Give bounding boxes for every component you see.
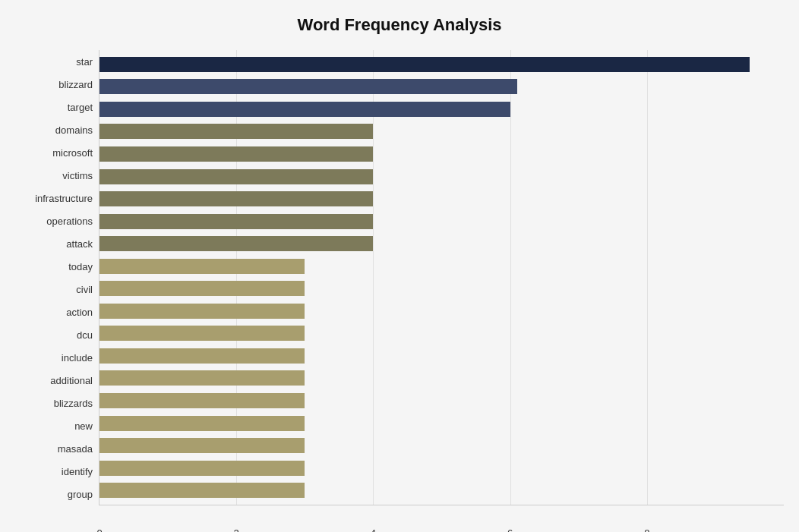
bar	[99, 416, 305, 431]
y-label: target	[68, 102, 93, 112]
bar-row	[99, 55, 784, 74]
bar-row	[99, 279, 784, 298]
bar-row	[99, 368, 784, 388]
chart-area: starblizzardtargetdomainsmicrosoftvictim…	[15, 50, 784, 505]
x-axis-label: 2	[234, 527, 239, 532]
y-label: action	[66, 307, 93, 317]
bar-row	[99, 346, 784, 366]
y-label: include	[62, 353, 93, 363]
bar-row	[99, 234, 784, 253]
y-label: dcu	[77, 330, 93, 340]
x-axis-label: 4	[371, 527, 376, 532]
bar	[99, 191, 373, 206]
bar	[99, 57, 750, 72]
y-label: new	[74, 421, 93, 431]
bar-row	[99, 121, 784, 141]
bar	[99, 438, 305, 453]
y-label: blizzards	[54, 398, 93, 408]
bar	[99, 281, 305, 296]
bar	[99, 304, 305, 319]
y-label: infrastructure	[35, 194, 93, 203]
bar	[99, 102, 510, 117]
y-label: attack	[66, 239, 93, 249]
bar-row	[99, 458, 784, 478]
bar-row	[99, 77, 784, 96]
y-label: blizzard	[58, 80, 93, 90]
bar	[99, 236, 373, 251]
y-label: additional	[50, 376, 93, 386]
y-label: star	[76, 57, 93, 67]
plot-area: 02468 Frequency	[99, 50, 784, 505]
y-label: today	[68, 262, 93, 272]
bar-row	[99, 144, 784, 164]
bar-row	[99, 414, 784, 433]
y-label: microsoft	[52, 148, 93, 158]
bar	[99, 348, 305, 364]
y-label: masada	[58, 444, 93, 454]
y-label: operations	[46, 216, 93, 226]
y-label: group	[68, 490, 93, 499]
bar	[99, 124, 373, 139]
x-axis-label: 6	[507, 527, 513, 532]
bar-row	[99, 212, 784, 231]
x-axis-label: 0	[96, 527, 102, 532]
bar	[99, 146, 373, 162]
y-label: domains	[55, 125, 93, 135]
bar	[99, 169, 373, 184]
y-label: identify	[62, 467, 93, 477]
chart-title: Word Frequency Analysis	[15, 15, 784, 35]
bar	[99, 214, 373, 229]
bar	[99, 393, 305, 408]
bar-row	[99, 480, 784, 500]
bar	[99, 326, 305, 341]
bar-row	[99, 391, 784, 411]
bar-row	[99, 167, 784, 187]
y-label: victims	[62, 171, 93, 181]
bar	[99, 461, 305, 476]
y-label: civil	[76, 285, 93, 294]
bars-container	[99, 50, 784, 505]
bar-row	[99, 301, 784, 321]
bar	[99, 370, 305, 386]
bar-row	[99, 323, 784, 343]
chart-container: Word Frequency Analysis starblizzardtarg…	[0, 0, 799, 532]
bar	[99, 483, 305, 498]
x-axis-label: 8	[644, 527, 649, 532]
bar-row	[99, 99, 784, 119]
bar-row	[99, 436, 784, 455]
bar-row	[99, 257, 784, 276]
bar-row	[99, 189, 784, 209]
bar	[99, 259, 305, 274]
bar	[99, 79, 517, 94]
y-axis: starblizzardtargetdomainsmicrosoftvictim…	[15, 50, 99, 505]
